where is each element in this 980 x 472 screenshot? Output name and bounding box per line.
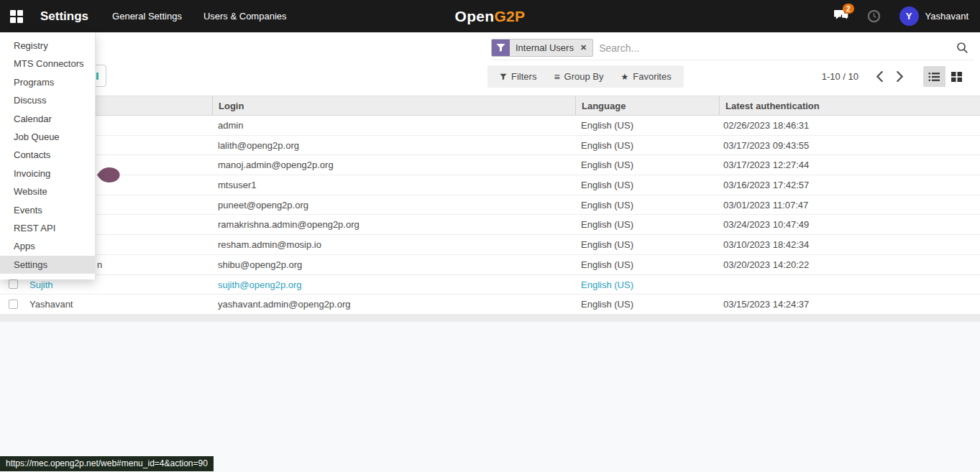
user-latest-auth-cell: 03/24/2023 10:47:49 [719,215,980,234]
table-row[interactable]: n shibu@openg2p.org English (US) 03/20/2… [0,255,980,275]
nav-item-users-companies[interactable]: Users & Companies [203,11,287,22]
header-login[interactable]: Login [212,96,575,115]
view-switcher [923,66,968,87]
group-by-icon: ≡ [554,72,559,82]
user-latest-auth-cell: 03/15/2023 14:24:37 [719,295,980,314]
user-name-fragment: n [97,255,102,274]
kanban-view-button[interactable] [945,66,968,87]
menu-item-registry[interactable]: Registry [0,37,95,55]
header-latest-auth[interactable]: Latest authentication [719,96,980,115]
apps-grid-icon [10,10,23,23]
menu-item-website[interactable]: Website [0,182,95,200]
user-latest-auth-cell: 03/17/2023 09:43:55 [719,136,980,155]
user-menu[interactable]: Yashavant [925,11,968,22]
group-by-button[interactable]: ≡ Group By [545,71,612,82]
menu-item-rest-api[interactable]: REST API [0,219,95,237]
menu-item-job-queue[interactable]: Job Queue [0,128,95,146]
user-language-cell: English (US) [575,155,719,175]
search-input[interactable] [599,42,956,54]
menu-item-events[interactable]: Events [0,201,95,219]
content-background [0,322,980,472]
search-facet: Internal Users ✕ [491,39,593,57]
user-avatar-fragment [96,166,121,187]
user-login-cell: admin [212,116,575,135]
list-view-icon [928,72,940,82]
user-avatar[interactable]: Y [899,6,919,26]
table-row[interactable]: Sujith sujith@openg2p.org English (US) [0,275,980,295]
row-select-cell [0,295,29,314]
link-preview-status-bar: https://mec.openg2p.net/web#menu_id=4&ac… [0,456,214,471]
menu-item-discuss[interactable]: Discuss [0,91,95,109]
messages-button[interactable]: 2 [833,9,850,23]
table-header-row: Login Language Latest authentication [0,96,980,116]
user-language-cell: English (US) [575,136,719,155]
user-login-cell: manoj.admin@openg2p.org [212,155,575,175]
table-row[interactable]: lalith@openg2p.org English (US) 03/17/20… [0,136,980,156]
menu-item-calendar[interactable]: Calendar [0,110,95,128]
user-login-cell: yashavant.admin@openg2p.org [212,295,575,314]
filter-facet-icon [492,40,510,56]
user-latest-auth-cell [719,275,980,295]
menu-item-settings[interactable]: Settings [0,256,95,274]
list-view-button[interactable] [923,66,945,87]
facet-remove-icon[interactable]: ✕ [579,40,592,56]
user-login-cell: lalith@openg2p.org [212,136,575,155]
menu-item-apps[interactable]: Apps [0,237,95,255]
table-row[interactable]: resham.admin@mosip.io English (US) 03/10… [0,235,980,255]
search-icon[interactable] [956,42,968,54]
filters-button[interactable]: Filters [491,71,545,82]
favorites-button[interactable]: ★ Favorites [612,71,679,82]
table-row[interactable]: Yashavant yashavant.admin@openg2p.org En… [0,295,980,315]
user-latest-auth-cell: 03/17/2023 12:27:44 [719,155,980,175]
table-row[interactable]: manoj.admin@openg2p.org English (US) 03/… [0,155,980,175]
chevron-right-icon [896,71,904,82]
menu-item-contacts[interactable]: Contacts [0,146,95,164]
activity-button[interactable] [867,9,881,23]
table-row[interactable]: puneet@openg2p.org English (US) 03/01/20… [0,195,980,216]
menu-item-mts-connectors[interactable]: MTS Connectors [0,55,95,73]
current-app-title[interactable]: Settings [40,9,88,24]
table-row[interactable]: mtsuser1 English (US) 03/16/2023 17:42:5… [0,175,980,195]
row-checkbox[interactable] [9,300,18,309]
user-language-cell: English (US) [575,235,719,254]
user-language-cell: English (US) [575,175,719,195]
user-login-cell: sujith@openg2p.org [212,275,575,295]
pager-next-button[interactable] [896,71,904,82]
user-login-cell: puneet@openg2p.org [212,195,575,215]
user-login-cell: resham.admin@mosip.io [212,235,575,254]
user-language-cell: English (US) [575,255,719,274]
clock-icon [867,9,881,23]
search-bar: Internal Users ✕ [491,36,974,60]
header-language[interactable]: Language [575,96,719,115]
search-options-group: Filters ≡ Group By ★ Favorites [487,65,684,88]
user-latest-auth-cell: 03/01/2023 11:07:47 [719,195,980,215]
partial-button-text-sliver [96,73,99,80]
user-login-cell: shibu@openg2p.org [212,255,575,274]
table-row[interactable]: ramakrishna.admin@openg2p.org English (U… [0,215,980,235]
navbar-right-cluster: 2 Y Yashavant [833,0,980,32]
user-login-cell: mtsuser1 [212,175,575,195]
pager-area: 1-10 / 10 [822,65,968,88]
user-language-cell: English (US) [575,215,719,234]
user-latest-auth-cell: 03/20/2023 14:20:22 [719,255,980,274]
user-latest-auth-cell: 02/26/2023 18:46:31 [719,116,980,135]
kanban-view-icon [951,72,962,82]
user-language-cell: English (US) [575,195,719,215]
user-language-cell: English (US) [575,275,719,295]
menu-item-invoicing[interactable]: Invoicing [0,165,95,182]
table-row[interactable]: admin English (US) 02/26/2023 18:46:31 [0,116,980,136]
row-checkbox[interactable] [9,279,18,289]
top-navbar: Settings General Settings Users & Compan… [0,0,980,32]
user-login-cell: ramakrishna.admin@openg2p.org [212,215,575,234]
chevron-left-icon [876,71,884,82]
openg2p-logo: OpenG2P [455,8,526,25]
menu-item-programs[interactable]: Programs [0,73,95,91]
pager-previous-button[interactable] [876,71,884,82]
messages-count-badge: 2 [843,4,855,14]
user-latest-auth-cell: 03/10/2023 18:42:34 [719,235,980,254]
users-list-table: Login Language Latest authentication adm… [0,96,980,315]
nav-item-general-settings[interactable]: General Settings [112,11,182,22]
pager-range: 1-10 / 10 [822,71,858,82]
apps-menu-toggle[interactable] [0,10,33,23]
user-language-cell: English (US) [575,116,719,135]
